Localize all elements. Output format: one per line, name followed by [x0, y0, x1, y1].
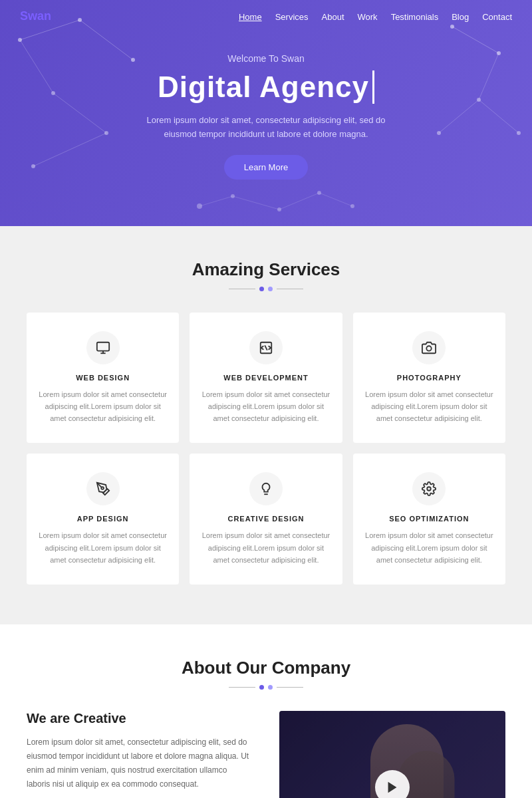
about-left: We are Creative Lorem ipsum dolor sit am… [27, 711, 253, 798]
app-design-desc: Lorem ipsum dolor sit amet consectetur a… [39, 529, 167, 565]
web-design-desc: Lorem ipsum dolor sit amet consectetur a… [39, 388, 167, 424]
bulb-icon [259, 481, 273, 496]
hero-title: Digital Agency [158, 70, 374, 104]
nav-item-home[interactable]: Home [239, 11, 262, 23]
nav-item-testimonials[interactable]: Testimonials [391, 11, 439, 23]
web-dev-title: WEB DEVELOPMENT [201, 374, 330, 382]
hero-welcome: Welcome To Swan [0, 53, 532, 64]
web-dev-desc: Lorem ipsum dolor sit amet consectetur a… [201, 388, 330, 424]
service-card-creative: CREATIVE DESIGN Lorem ipsum dolor sit am… [190, 454, 342, 584]
about-section: About Our Company We are Creative Lorem … [0, 624, 532, 798]
monitor-icon [96, 340, 110, 355]
settings-icon [422, 481, 436, 496]
brand-logo[interactable]: Swan [20, 9, 51, 23]
about-divider-line-left [229, 687, 255, 688]
code-icon [259, 340, 273, 355]
svg-line-25 [200, 196, 233, 206]
divider-dot-purple [259, 287, 264, 291]
service-card-seo: SEO OPTIMIZATION Lorem ipsum dolor sit a… [353, 454, 505, 584]
seo-desc: Lorem ipsum dolor sit amet consectetur a… [365, 529, 493, 565]
web-dev-icon-wrapper [249, 331, 283, 364]
service-card-app-design: APP DESIGN Lorem ipsum dolor sit amet co… [27, 454, 179, 584]
service-card-web-design: WEB DESIGN Lorem ipsum dolor sit amet co… [27, 313, 179, 443]
web-design-title: WEB DESIGN [39, 374, 167, 382]
about-divider [27, 685, 505, 690]
svg-line-33 [265, 345, 267, 350]
seo-icon-wrapper [412, 472, 446, 505]
nav-item-blog[interactable]: Blog [452, 11, 469, 23]
hero-learn-more-button[interactable]: Learn More [224, 155, 308, 180]
about-divider-dot-light [268, 685, 273, 690]
services-grid: WEB DESIGN Lorem ipsum dolor sit amet co… [27, 313, 505, 585]
nav-item-about[interactable]: About [322, 11, 344, 23]
about-grid: We are Creative Lorem ipsum dolor sit am… [27, 711, 505, 798]
camera-icon [422, 340, 436, 355]
nav-item-services[interactable]: Services [275, 11, 309, 23]
svg-line-26 [233, 196, 279, 209]
svg-point-35 [101, 487, 104, 490]
services-title: Amazing Services [27, 259, 505, 280]
nav-item-work[interactable]: Work [358, 11, 378, 23]
svg-point-36 [428, 487, 432, 491]
creative-desc: Lorem ipsum dolor sit amet consectetur a… [201, 529, 330, 565]
cursor-bar [372, 70, 374, 104]
divider-line-left [229, 289, 255, 289]
about-heading: We are Creative [27, 711, 253, 726]
nav-links: Home Services About Work Testimonials Bl… [239, 11, 512, 23]
about-divider-line-right [277, 687, 303, 688]
seo-title: SEO OPTIMIZATION [365, 515, 493, 523]
about-right [279, 711, 505, 798]
play-icon [385, 780, 400, 795]
nav-item-contact[interactable]: Contact [482, 11, 512, 23]
creative-title: CREATIVE DESIGN [201, 515, 330, 523]
services-divider [27, 287, 505, 291]
web-design-icon-wrapper [86, 331, 120, 364]
photography-title: PHOTOGRAPHY [365, 374, 493, 382]
about-divider-dot-purple [259, 685, 264, 690]
navbar: Swan Home Services About Work Testimonia… [0, 0, 532, 33]
about-para1: Lorem ipsum dolor sit amet, consectetur … [27, 735, 253, 791]
video-thumbnail[interactable] [279, 711, 505, 798]
svg-point-34 [427, 346, 432, 350]
hero-description: Lorem ipsum dolor sit amet, consectetur … [143, 113, 389, 142]
about-title: About Our Company [27, 658, 505, 678]
photography-desc: Lorem ipsum dolor sit amet consectetur a… [365, 388, 493, 424]
svg-marker-37 [388, 782, 397, 793]
pen-icon [96, 481, 110, 496]
divider-line-right [277, 289, 303, 289]
svg-line-27 [279, 193, 319, 209]
creative-icon-wrapper [249, 472, 283, 505]
service-card-web-dev: WEB DEVELOPMENT Lorem ipsum dolor sit am… [190, 313, 342, 443]
service-card-photography: PHOTOGRAPHY Lorem ipsum dolor sit amet c… [353, 313, 505, 443]
svg-rect-29 [96, 342, 108, 351]
app-design-title: APP DESIGN [39, 515, 167, 523]
divider-dot-light [268, 287, 273, 291]
app-design-icon-wrapper [86, 472, 120, 505]
photography-icon-wrapper [412, 331, 446, 364]
svg-line-28 [319, 193, 352, 206]
services-section: Amazing Services WEB DESIGN Lorem ipsum … [0, 226, 532, 624]
